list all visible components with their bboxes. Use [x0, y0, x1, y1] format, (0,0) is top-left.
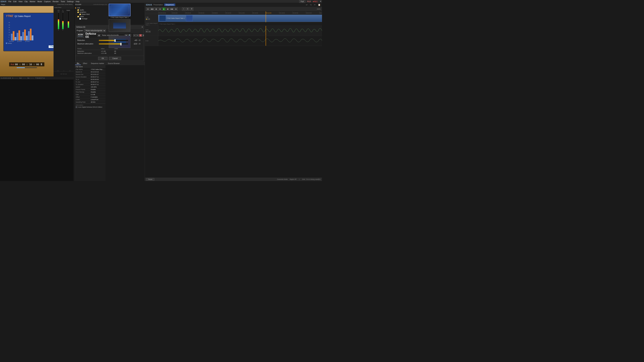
meter-fill-1va [58, 19, 59, 29]
denoise-toolbar-icons: ↩ ↪ A B ⚙ ☰ [133, 34, 144, 37]
tb-icon-1[interactable]: ↩ [306, 3, 308, 6]
menu-view[interactable]: View [18, 0, 22, 2]
clip-info-panel: Clip Name Clip Name YTMZ-Sales Report Ta… [74, 65, 106, 181]
tree-audio[interactable]: 📁 audio [77, 9, 107, 11]
tree-root[interactable]: ▶ root [75, 7, 107, 9]
menu-help[interactable]: Help [76, 0, 80, 2]
ruler-16: 00:16:00 [266, 11, 271, 14]
edius-logo: EDIUS [146, 4, 152, 6]
x-label-3: Q2-2020 [25, 41, 30, 42]
thumb-img-2[interactable] [109, 19, 130, 32]
compare-a-btn[interactable]: A [139, 34, 142, 37]
app-logo[interactable]: EDIUS [1, 0, 6, 2]
thumb-img-3[interactable] [109, 35, 130, 48]
bar-orange-3 [24, 29, 26, 40]
cancel-button[interactable]: Cancel [109, 57, 121, 60]
tree-lower-third[interactable]: 📁 lower third [79, 13, 107, 15]
waveform-svg-1 [158, 26, 322, 36]
menu-settings[interactable]: Settings [67, 0, 74, 2]
menu-edit[interactable]: Edit [13, 0, 16, 2]
tab-bin[interactable]: Bin [75, 62, 81, 65]
menu-file[interactable]: File [8, 0, 12, 2]
mark-in-btn[interactable]: I [182, 7, 185, 11]
ripple-btn[interactable]: R [190, 7, 193, 11]
info-key-tl-dur: TL Duration [76, 84, 91, 85]
timeline-ruler[interactable]: 00:00:00:00 00:02:00 00:04:00 00:06:00 0… [145, 11, 322, 14]
pause-status-btn[interactable]: Pause [146, 178, 154, 181]
skip-back-btn[interactable]: ⏮ [146, 7, 150, 11]
ok-button[interactable]: OK [98, 57, 108, 60]
tab-sequence-marker[interactable]: Sequence marker [89, 62, 106, 65]
info-val-source-dur: 00:00:27:11 [91, 76, 99, 78]
tb-icon-3[interactable]: ✂ [314, 3, 316, 6]
compare-b-btn[interactable]: B [142, 34, 144, 37]
info-key-tl-out: TL Out [76, 81, 91, 83]
sequence-tab[interactable]: Sequence1 [164, 3, 176, 6]
tb-icon-4[interactable]: 📋 [318, 3, 321, 6]
reduction-thumb[interactable] [114, 39, 116, 42]
menu-capture[interactable]: Capture [44, 0, 51, 2]
waveform-svg-2 [158, 36, 322, 46]
info-val-tl-dur: 00:00:27:11 [91, 84, 99, 85]
audio-track-id-2: A 1A [146, 40, 148, 41]
audio-mute-btn[interactable]: M [146, 31, 148, 32]
tab-effect[interactable]: Effect [81, 62, 89, 65]
thumbnails-area: YTMZ-Sales Report Take 1 YTMZ-Sales Repo… [108, 3, 145, 25]
track-lock-btn[interactable]: 🔒 [146, 18, 148, 20]
browser-column: FOLDER root/video/footage (0/3) ▶ root 📁… [74, 3, 145, 181]
reduction-track[interactable] [99, 40, 128, 41]
skip-fwd-btn[interactable]: ⏭ [174, 7, 178, 11]
play-btn[interactable]: ▶ [162, 7, 166, 11]
pause-overlay-btn[interactable]: ⏸ [40, 63, 43, 66]
right-content: FOLDER root/video/footage (0/3) ▶ root 📁… [74, 3, 322, 181]
thumb-3[interactable]: YTMZ-Sales Report Take1 [109, 35, 130, 50]
mixer-controls: 0.00.00.0 [54, 71, 74, 76]
max-attenuation-track[interactable] [99, 43, 128, 44]
step-fwd-btn[interactable]: ▶| [166, 7, 170, 11]
info-speed: Speed 100.00% [75, 86, 106, 88]
thumb-1[interactable]: YTMZ-Sales Report Take 1 [109, 4, 130, 18]
redo-btn[interactable]: ↪ [136, 34, 139, 37]
thumb-2[interactable]: YTMZ-Sales Report Take2 [109, 19, 130, 34]
track-eye-btn[interactable]: 👁 [148, 18, 150, 20]
stop-btn[interactable]: ■ [158, 7, 162, 11]
menu-mode[interactable]: Mode [38, 0, 42, 2]
step-back-btn[interactable]: ◀ [154, 7, 158, 11]
tree-video[interactable]: 📁 video [77, 15, 107, 17]
menu-tools[interactable]: Tools [61, 0, 65, 2]
mark-out-btn[interactable]: O [186, 7, 189, 11]
plugin-checkbox[interactable]: ✓ [76, 106, 77, 108]
x-label-2: Q2-2019 [17, 41, 22, 42]
progress-bar[interactable] [17, 67, 37, 68]
info-key-speed: Speed [76, 86, 91, 88]
info-key-source-dur: Source Duration [76, 76, 91, 78]
undo-btn[interactable]: ↩ [133, 34, 136, 37]
video-clip-1[interactable]: YTMZ-Sales Report Take 1 [158, 15, 322, 22]
ripple-label: Ripple Off [290, 178, 296, 180]
track-id-label: 1 VA [146, 16, 158, 18]
info-offset: Offset 0 samples [75, 96, 106, 98]
tree-footage[interactable]: 📄 footage [79, 17, 107, 20]
prev-preset-btn[interactable]: ◀ [98, 34, 100, 37]
menu-marker[interactable]: Marker [30, 0, 36, 2]
fast-fwd-btn[interactable]: ▶▶ [170, 7, 174, 11]
info-val-offset: 0 samples [91, 96, 98, 98]
rewind-btn[interactable]: ◀◀ [150, 7, 154, 11]
transport-bar: ⏮ ◀◀ ◀ ■ ▶ ▶| ▶▶ ⏭ I O R 200% [145, 7, 322, 11]
view-mode-dropdown[interactable]: Full [299, 0, 305, 3]
max-attenuation-thumb[interactable] [120, 43, 122, 45]
audio-solo-btn[interactable]: S [148, 31, 150, 32]
menu-clip[interactable]: Clip [24, 0, 28, 2]
channel-1va: 1VA +12 0 [57, 10, 60, 69]
close-btn[interactable]: ✕ [320, 0, 321, 2]
clip-name-label: YTMZ-Sales Report Take 1 [166, 17, 185, 19]
program-dropdown[interactable]: Noise reduction/gentle [84, 29, 106, 32]
ruler-2: 00:02:00 [172, 11, 178, 14]
denoise-close-btn[interactable]: ✕ [142, 26, 143, 28]
tree-graphics[interactable]: 📁 graphics [77, 11, 107, 13]
tb-icon-2[interactable]: ↪ [310, 3, 312, 6]
menu-render[interactable]: Render [53, 0, 59, 2]
thumb-img-1[interactable] [109, 4, 130, 16]
tab-source-browser[interactable]: Source Browser [106, 62, 122, 65]
channel-master: Master [66, 10, 71, 69]
